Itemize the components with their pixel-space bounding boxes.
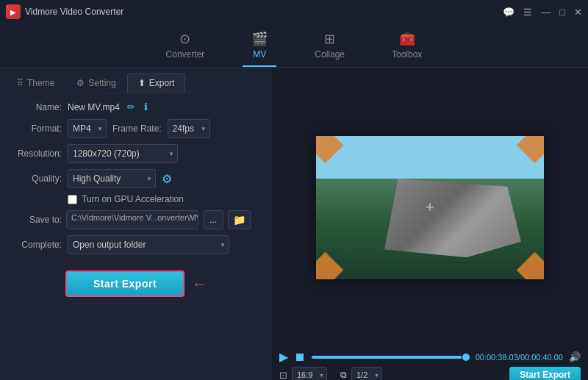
subtab-export[interactable]: ⬆ Export [127, 74, 186, 93]
format-select-wrap: MP4 [68, 119, 107, 138]
start-export-main-button[interactable]: Start Export [65, 270, 184, 297]
title-bar: ▶ Vidmore Video Converter 💬 ☰ — □ ✕ [0, 0, 588, 24]
name-label: Name: [9, 102, 62, 112]
folder-button[interactable]: 📁 [228, 210, 251, 229]
minimize-button[interactable]: — [541, 7, 551, 18]
mv-icon: 🎬 [251, 31, 268, 47]
quality-select[interactable]: High Quality [68, 169, 156, 188]
resolution-label: Resolution: [9, 148, 62, 159]
resolution-select-wrap: 1280x720 (720p) [68, 144, 178, 163]
quality-select-wrap: High Quality [68, 169, 156, 188]
framerate-label: Frame Rate: [112, 123, 162, 134]
arrow-indicator: ← [192, 276, 207, 293]
complete-label: Complete: [9, 240, 62, 250]
subtab-theme-label: Theme [27, 78, 54, 88]
add-overlay-icon[interactable]: + [426, 198, 435, 217]
title-bar-right: 💬 ☰ — □ ✕ [503, 7, 582, 18]
resolution-select[interactable]: 1280x720 (720p) [68, 144, 178, 163]
chat-icon[interactable]: 💬 [503, 7, 514, 18]
tab-toolbox[interactable]: 🧰 Toolbox [383, 28, 431, 67]
tab-collage[interactable]: ⊞ Collage [306, 28, 354, 67]
save-path: C:\Vidmore\Vidmore V...onverter\MV Expor… [66, 210, 198, 229]
info-button[interactable]: ℹ [143, 101, 149, 113]
framerate-select-wrap: 24fps [168, 119, 210, 138]
complete-row: Complete: Open output folder [9, 235, 263, 254]
start-export-small-button[interactable]: Start Export [509, 367, 581, 380]
theme-grid-icon: ⠿ [17, 78, 24, 88]
app-title: Vidmore Video Converter [25, 7, 123, 17]
main-content: ⠿ Theme ⚙ Setting ⬆ Export Name: New MV.… [0, 68, 588, 380]
export-arrow-icon: ⬆ [138, 78, 146, 88]
gpu-checkbox[interactable] [68, 195, 77, 204]
tab-toolbox-label: Toolbox [392, 49, 422, 60]
nav-tabs: ⊙ Converter 🎬 MV ⊞ Collage 🧰 Toolbox [0, 24, 588, 68]
subtab-setting[interactable]: ⚙ Setting [65, 74, 126, 93]
complete-select-wrap: Open output folder [68, 235, 229, 254]
maximize-button[interactable]: □ [559, 7, 565, 18]
converter-icon: ⊙ [179, 31, 190, 47]
progress-fill [312, 356, 462, 359]
sub-tabs: ⠿ Theme ⚙ Setting ⬆ Export [0, 68, 272, 93]
aspect-ratio-select[interactable]: 16:94:31:1 [292, 367, 327, 380]
tab-collage-label: Collage [315, 49, 345, 60]
video-frame: + [316, 136, 544, 279]
toolbox-icon: 🧰 [399, 31, 415, 47]
export-form: Name: New MV.mp4 ✏ ℹ Format: MP4 Frame R… [0, 93, 272, 380]
subtab-setting-label: Setting [88, 78, 115, 88]
quality-icon: ⧉ [340, 370, 347, 380]
resolution-row: Resolution: 1280x720 (720p) [9, 144, 263, 163]
quality-label: Quality: [9, 173, 62, 184]
complete-select[interactable]: Open output folder [68, 235, 229, 254]
aspect-ratio-icon: ⊡ [279, 370, 287, 381]
app-icon: ▶ [6, 4, 21, 19]
collage-icon: ⊞ [324, 31, 335, 47]
right-panel: + ▶ ⏹ 00:00:38.03/00:00:40.00 🔊 ⊡ [272, 68, 588, 380]
left-panel: ⠿ Theme ⚙ Setting ⬆ Export Name: New MV.… [0, 68, 272, 380]
title-bar-left: ▶ Vidmore Video Converter [6, 4, 123, 19]
quality-gear-icon[interactable]: ⚙ [162, 172, 172, 186]
aspect-ratio-select-wrap: 16:94:31:1 [292, 367, 327, 380]
progress-bar[interactable] [312, 356, 470, 359]
tab-converter-label: Converter [166, 49, 205, 60]
format-row: Format: MP4 Frame Rate: 24fps [9, 119, 263, 138]
save-label: Save to: [9, 215, 62, 225]
format-select[interactable]: MP4 [68, 119, 107, 138]
tab-converter[interactable]: ⊙ Converter [157, 28, 214, 67]
format-label: Format: [9, 123, 62, 134]
time-display: 00:00:38.03/00:00:40.00 [476, 353, 563, 362]
volume-icon[interactable]: 🔊 [569, 351, 581, 362]
waterslide-visual [384, 179, 521, 257]
name-row: Name: New MV.mp4 ✏ ℹ [9, 101, 263, 113]
tab-mv[interactable]: 🎬 MV [243, 28, 276, 67]
controls-row2: ⊡ 16:94:31:1 ⧉ 1/21/1 Start Export [279, 367, 581, 380]
play-button[interactable]: ▶ [279, 350, 288, 364]
stop-button[interactable]: ⏹ [294, 351, 306, 364]
browse-dots-button[interactable]: ... [203, 210, 223, 229]
quality-mini-select[interactable]: 1/21/1 [351, 367, 382, 380]
framerate-select[interactable]: 24fps [168, 119, 210, 138]
progress-thumb [462, 354, 470, 361]
quality-mini-select-wrap: 1/21/1 [351, 367, 382, 380]
progress-row: ▶ ⏹ 00:00:38.03/00:00:40.00 🔊 [279, 350, 581, 364]
gpu-row: Turn on GPU Acceleration [9, 194, 263, 204]
subtab-theme[interactable]: ⠿ Theme [6, 74, 65, 93]
gpu-label: Turn on GPU Acceleration [82, 194, 184, 204]
start-export-section: Start Export ← [9, 263, 263, 304]
save-row: Save to: C:\Vidmore\Vidmore V...onverter… [9, 210, 263, 229]
tab-mv-label: MV [253, 49, 266, 60]
player-controls: ▶ ⏹ 00:00:38.03/00:00:40.00 🔊 ⊡ 16:94:31… [272, 347, 588, 380]
edit-name-button[interactable]: ✏ [126, 101, 137, 113]
menu-icon[interactable]: ☰ [523, 7, 532, 18]
video-preview-container: + [272, 68, 588, 347]
close-button[interactable]: ✕ [574, 7, 582, 18]
setting-gear-icon: ⚙ [76, 78, 85, 88]
quality-row: Quality: High Quality ⚙ [9, 169, 263, 188]
subtab-export-label: Export [149, 78, 175, 88]
name-value: New MV.mp4 [68, 102, 120, 112]
